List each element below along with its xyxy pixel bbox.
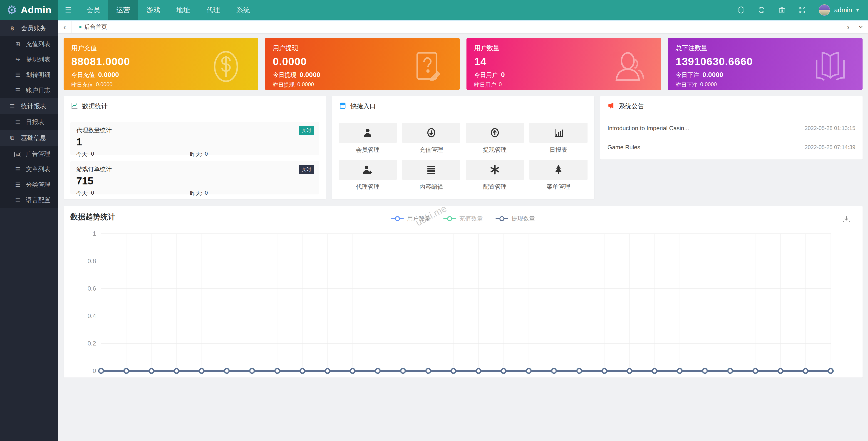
svg-text:22日: 22日 (623, 376, 636, 377)
share-arrow-icon: ↪ (13, 56, 22, 63)
quick-link-daily-report[interactable]: 日报表 (529, 123, 588, 154)
trash-icon[interactable] (778, 6, 786, 14)
hexagon-theme-icon[interactable] (737, 6, 745, 14)
svg-text:4日: 4日 (172, 376, 181, 377)
panels-row: 数据统计 代理数量统计 实时 1 今天:0 昨天:0 游戏订单统计 实时 715 (64, 96, 863, 199)
svg-text:14日: 14日 (422, 376, 435, 377)
stat-card-total-bets: 总下注数量 13910630.6660 今日下注0.0000 昨日下注0.000… (668, 38, 863, 90)
sidebar-section-basic-info[interactable]: ⧉ 基础信息 (0, 130, 58, 146)
svg-text:21日: 21日 (598, 376, 611, 377)
list-icon: ☰ (13, 72, 22, 78)
sidebar-toggle-icon[interactable]: ☰ (58, 0, 79, 20)
refresh-icon[interactable] (757, 6, 766, 14)
chevron-down-icon: ▾ (856, 7, 859, 13)
app-window-icon (339, 102, 346, 110)
svg-text:0: 0 (93, 368, 96, 374)
svg-text:18日: 18日 (522, 376, 535, 377)
svg-text:24日: 24日 (673, 376, 686, 377)
svg-text:15日: 15日 (447, 376, 460, 377)
user-icon (362, 127, 373, 138)
legend-marker (391, 216, 404, 221)
sidebar-item-recharge-list[interactable]: ⊞ 充值列表 (0, 36, 58, 52)
svg-text:25日: 25日 (699, 376, 712, 377)
nav-item-agent[interactable]: 代理 (198, 0, 228, 20)
sidebar-group: ⊞ 充值列表 ↪ 提现列表 ☰ 划转明细 ☰ 账户日志 (0, 36, 58, 98)
username: admin (834, 6, 852, 14)
legend-user-count[interactable]: 用户数量 (391, 214, 431, 223)
announcements-panel: 系统公告 Introduction to Imperial Casin... 2… (600, 96, 863, 160)
nav-item-operation[interactable]: 运营 (108, 0, 138, 20)
legend-marker (496, 216, 508, 221)
tab-menu-chevron-icon[interactable]: › (855, 21, 868, 34)
chart-title: 数据趋势统计 (70, 212, 115, 222)
sidebar-item-category-management[interactable]: ☰ 分类管理 (0, 177, 58, 192)
svg-text:9日: 9日 (298, 376, 307, 377)
sidebar-section-statistics[interactable]: ☰ 统计报表 (0, 98, 58, 114)
list-icon: ☰ (13, 119, 22, 126)
tab-dashboard[interactable]: 后台首页 (71, 21, 115, 33)
quick-link-menu-management[interactable]: 菜单管理 (529, 160, 588, 191)
justify-lines-icon (426, 164, 437, 175)
realtime-badge: 实时 (299, 165, 314, 174)
legend-recharge-count[interactable]: 充值数量 (443, 214, 483, 223)
quick-link-agent-management[interactable]: 代理管理 (339, 160, 397, 191)
list-icon: ☰ (13, 87, 22, 94)
asterisk-icon (489, 164, 500, 175)
trend-line-chart: 00.20.40.60.811日2日3日4日5日6日7日8日9日10日11日12… (64, 227, 863, 377)
svg-text:0.6: 0.6 (87, 285, 96, 292)
quick-link-member-management[interactable]: 会员管理 (339, 123, 397, 154)
sidebar: ฿ 会员账务 ⊞ 充值列表 ↪ 提现列表 ☰ 划转明细 ☰ 账户日志 ☰ 统计报… (0, 20, 58, 441)
sidebar-item-withdraw-list[interactable]: ↪ 提现列表 (0, 52, 58, 67)
svg-text:11日: 11日 (346, 376, 359, 377)
legend-withdraw-count[interactable]: 提现数量 (496, 214, 535, 223)
legend-marker (443, 216, 456, 221)
svg-text:10日: 10日 (321, 376, 334, 377)
tab-scroll-right-icon[interactable]: › (842, 21, 855, 33)
sidebar-section-member-accounting[interactable]: ฿ 会员账务 (0, 20, 58, 36)
download-icon[interactable] (842, 215, 851, 225)
nav-item-member[interactable]: 会员 (79, 0, 108, 20)
app-logo[interactable]: ⚙ Admin (0, 0, 58, 20)
main-content: 用户充值 88081.0000 今日充值0.0000 昨日充值0.0000 用户… (58, 34, 868, 441)
sidebar-item-language-config[interactable]: ☰ 语言配置 (0, 192, 58, 208)
tab-scroll-left-icon[interactable]: ‹ (58, 21, 71, 33)
stat-card-user-withdraw: 用户提现 0.0000 今日提现0.0000 昨日提现0.0000 (265, 38, 460, 90)
quick-link-config-management[interactable]: 配置管理 (466, 160, 524, 191)
panel-title: 快捷入口 (350, 102, 376, 110)
quick-link-withdraw-management[interactable]: 提现管理 (466, 123, 524, 154)
svg-text:30日: 30日 (824, 376, 837, 377)
svg-text:17日: 17日 (497, 376, 510, 377)
announcement-item[interactable]: Game Rules 2022-05-25 07:14:39 (608, 138, 855, 157)
data-statistics-panel: 数据统计 代理数量统计 实时 1 今天:0 昨天:0 游戏订单统计 实时 715 (64, 96, 326, 199)
list-icon: ☰ (8, 103, 17, 109)
bitcoin-icon: ฿ (8, 25, 17, 32)
svg-text:29日: 29日 (799, 376, 812, 377)
user-menu[interactable]: admin ▾ (819, 4, 859, 15)
sidebar-item-article-list[interactable]: ☰ 文章列表 (0, 162, 58, 177)
sidebar-item-account-log[interactable]: ☰ 账户日志 (0, 82, 58, 98)
stat-cards-row: 用户充值 88081.0000 今日充值0.0000 昨日充值0.0000 用户… (64, 38, 863, 90)
svg-text:12日: 12日 (371, 376, 384, 377)
svg-text:23日: 23日 (648, 376, 661, 377)
sidebar-item-transfer-detail[interactable]: ☰ 划转明细 (0, 67, 58, 82)
svg-text:0.2: 0.2 (87, 340, 96, 347)
quick-link-recharge-management[interactable]: 充值管理 (402, 123, 460, 154)
gear-logo-icon: ⚙ (7, 4, 17, 16)
fullscreen-icon[interactable] (798, 6, 806, 14)
quick-link-content-edit[interactable]: 内容编辑 (402, 160, 460, 191)
bar-chart-icon (553, 127, 564, 138)
sidebar-item-daily-report[interactable]: ☰ 日报表 (0, 114, 58, 130)
sidebar-item-ad-management[interactable]: ad 广告管理 (0, 146, 58, 162)
app-title: Admin (21, 4, 52, 15)
main-menu: ☰ 会员 运营 游戏 地址 代理 系统 (58, 0, 258, 20)
svg-text:28日: 28日 (774, 376, 787, 377)
navbar-actions: admin ▾ (737, 0, 868, 20)
file-question-edit-icon (409, 48, 445, 86)
svg-text:13日: 13日 (397, 376, 409, 377)
nav-item-game[interactable]: 游戏 (138, 0, 168, 20)
announcement-item[interactable]: Introduction to Imperial Casin... 2022-0… (608, 118, 855, 138)
line-chart-icon (71, 102, 78, 110)
nav-item-address[interactable]: 地址 (168, 0, 198, 20)
nav-item-system[interactable]: 系统 (228, 0, 258, 20)
list-icon: ☰ (13, 181, 22, 188)
